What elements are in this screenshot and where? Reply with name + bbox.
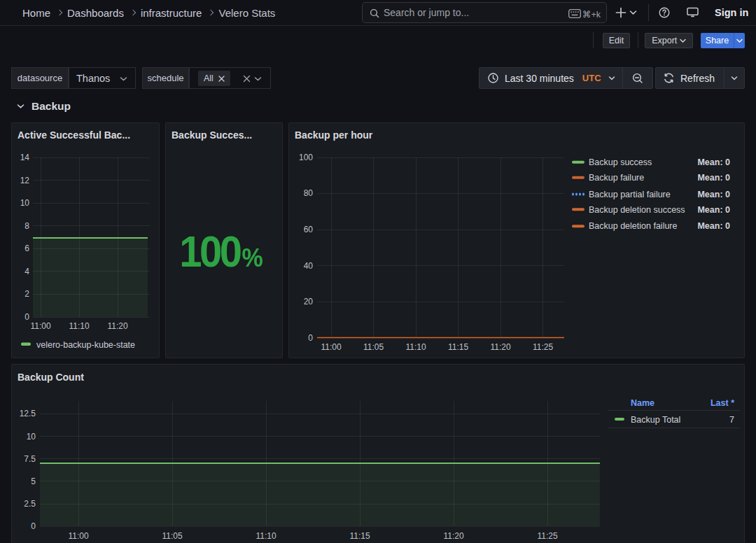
svg-text:Backup Total: Backup Total [631,415,680,425]
svg-text:Mean: 0: Mean: 0 [697,221,730,231]
svg-text:4: 4 [24,267,29,276]
svg-text:7.5: 7.5 [24,454,36,464]
svg-text:Mean: 0: Mean: 0 [697,190,730,199]
svg-text:Backup deletion failure: Backup deletion failure [589,221,678,231]
svg-text:11:10: 11:10 [405,342,426,352]
svg-text:11:05: 11:05 [162,531,182,541]
svg-text:Name: Name [631,398,654,408]
svg-text:11:20: 11:20 [443,531,463,541]
svg-text:12.5: 12.5 [20,409,36,418]
svg-text:0: 0 [31,521,36,531]
svg-text:11:00: 11:00 [30,321,50,331]
svg-text:6: 6 [24,244,29,253]
svg-text:Mean: 0: Mean: 0 [697,205,730,215]
svg-text:2: 2 [24,289,29,299]
svg-text:10: 10 [27,432,36,442]
svg-text:40: 40 [304,261,314,271]
svg-text:11:00: 11:00 [321,342,341,352]
svg-text:Backup partial failure: Backup partial failure [589,190,671,199]
svg-text:8: 8 [24,221,29,231]
svg-text:Mean: 0: Mean: 0 [697,173,730,183]
svg-text:2.5: 2.5 [24,499,36,509]
svg-text:Mean: 0: Mean: 0 [697,157,730,167]
svg-text:11:25: 11:25 [537,531,557,541]
svg-text:11:15: 11:15 [448,342,468,352]
svg-text:10: 10 [20,198,30,208]
svg-text:100: 100 [299,153,313,162]
svg-text:11:10: 11:10 [255,531,276,541]
svg-text:0: 0 [24,312,29,322]
svg-text:20: 20 [304,297,314,306]
svg-text:11:20: 11:20 [490,342,510,352]
svg-text:Backup failure: Backup failure [589,173,644,183]
svg-text:0: 0 [308,333,313,343]
svg-text:11:00: 11:00 [68,531,88,541]
svg-text:60: 60 [304,225,314,234]
svg-text:11:25: 11:25 [533,342,553,352]
svg-text:11:20: 11:20 [107,321,127,331]
svg-text:Backup deletion success: Backup deletion success [589,205,685,215]
svg-text:velero-backup-kube-state: velero-backup-kube-state [36,340,135,350]
svg-text:5: 5 [31,477,36,486]
svg-text:11:10: 11:10 [69,321,89,331]
svg-text:Last *: Last * [710,398,734,408]
svg-text:12: 12 [20,176,30,185]
svg-text:Backup success: Backup success [589,157,652,167]
svg-text:14: 14 [20,153,30,162]
svg-text:11:15: 11:15 [349,531,370,541]
svg-text:7: 7 [729,415,734,425]
svg-text:11:05: 11:05 [363,342,384,352]
svg-text:80: 80 [304,188,314,198]
